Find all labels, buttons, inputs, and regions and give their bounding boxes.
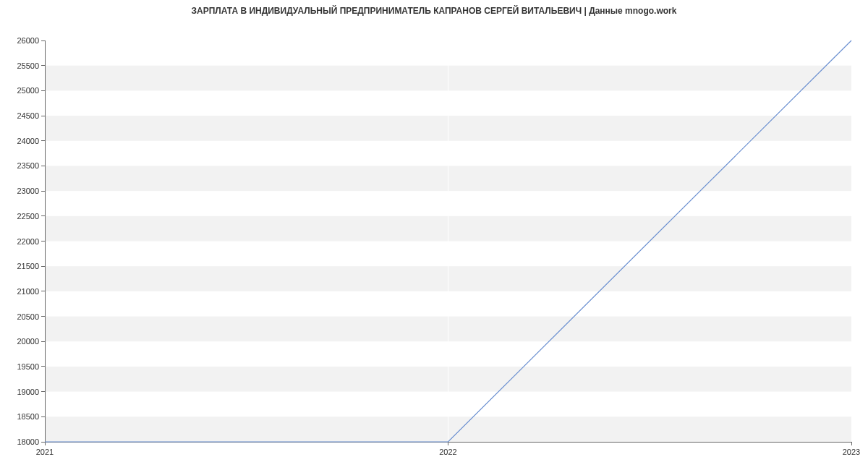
y-tick-label: 21000 <box>17 287 39 296</box>
x-tick-label: 2023 <box>843 448 860 456</box>
y-tick-label: 22500 <box>17 212 39 221</box>
chart-svg: 1800018500190001950020000205002100021500… <box>0 19 868 467</box>
y-tick-label: 23000 <box>17 187 39 195</box>
y-tick-label: 21500 <box>17 262 39 270</box>
chart-title: ЗАРПЛАТА В ИНДИВИДУАЛЬНЫЙ ПРЕДПРИНИМАТЕЛ… <box>0 0 868 19</box>
x-tick-label: 2022 <box>439 448 456 456</box>
y-tick-label: 18000 <box>17 437 39 446</box>
y-tick-label: 22000 <box>17 237 39 246</box>
y-tick-label: 19000 <box>17 388 39 396</box>
y-tick-label: 24000 <box>17 137 39 145</box>
y-tick-label: 19500 <box>17 362 39 371</box>
y-tick-label: 24500 <box>17 111 39 120</box>
y-tick-label: 25500 <box>17 61 39 70</box>
y-tick-label: 18500 <box>17 412 39 421</box>
x-tick-label: 2021 <box>36 448 54 456</box>
y-tick-label: 23500 <box>17 161 39 170</box>
y-tick-label: 25000 <box>17 86 39 95</box>
y-tick-label: 20000 <box>17 337 39 346</box>
chart-area: 1800018500190001950020000205002100021500… <box>0 19 868 467</box>
y-tick-label: 26000 <box>17 36 39 45</box>
y-tick-label: 20500 <box>17 312 39 321</box>
